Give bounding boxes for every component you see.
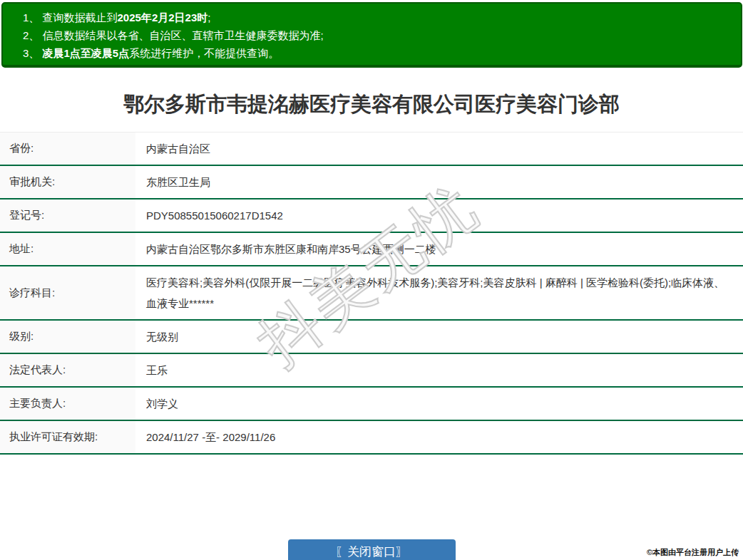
table-row-approval-authority: 审批机关: 东胜区卫生局 [0,166,743,199]
title-wrap: 鄂尔多斯市韦提洺赫医疗美容有限公司医疗美容门诊部 [0,68,743,132]
row-value: 内蒙古自治区 [135,133,743,165]
row-value: 无级别 [135,321,743,353]
notice-1-text: 查询数据截止到 [43,11,118,24]
row-value: 医疗美容科;美容外科(仅限开展一二级医疗美容外科技术服务);美容牙科;美容皮肤科… [135,266,743,319]
close-window-button[interactable]: 〖关闭窗口〗 [288,539,456,560]
notice-3-tail: 系统进行维护，不能提供查询。 [129,47,279,59]
row-value: 王乐 [135,354,743,386]
row-label: 审批机关: [0,166,135,198]
table-row-legal-representative: 法定代表人: 王乐 [0,354,743,388]
query-result-page: 1、 查询数据截止到2025年2月2日23时; 2、 信息数据结果以各省、自治区… [0,0,743,560]
table-row-license-validity: 执业许可证有效期: 2024/11/27 -至- 2029/11/26 [0,421,743,455]
row-label: 登记号: [0,199,135,232]
row-value: 内蒙古自治区鄂尔多斯市东胜区康和南岸35号公建西侧一二楼 [135,233,743,265]
row-label: 地址: [0,233,135,265]
notice-2-number: 2、 [23,29,43,41]
row-label: 主要负责人: [0,388,135,420]
notice-line-3: 3、 凌晨1点至凌晨5点系统进行维护，不能提供查询。 [23,44,734,62]
upload-credit-text: ©本图由平台注册用户上传 [647,547,739,558]
table-row-province: 省份: 内蒙古自治区 [0,133,743,166]
notice-box: 1、 查询数据截止到2025年2月2日23时; 2、 信息数据结果以各省、自治区… [1,2,742,68]
row-label: 法定代表人: [0,354,135,386]
table-row-registration-number: 登记号: PDY50855015060217D1542 [0,199,743,233]
info-table: 省份: 内蒙古自治区 审批机关: 东胜区卫生局 登记号: PDY50855015… [0,132,743,455]
notice-1-number: 1、 [23,11,43,24]
notice-1-tail: ; [207,11,210,24]
table-row-address: 地址: 内蒙古自治区鄂尔多斯市东胜区康和南岸35号公建西侧一二楼 [0,233,743,266]
row-value: PDY50855015060217D1542 [135,199,743,232]
row-label: 诊疗科目: [0,266,135,319]
row-label: 执业许可证有效期: [0,421,135,453]
table-row-diagnosis-subjects: 诊疗科目: 医疗美容科;美容外科(仅限开展一二级医疗美容外科技术服务);美容牙科… [0,266,743,321]
page-title: 鄂尔多斯市韦提洺赫医疗美容有限公司医疗美容门诊部 [0,92,743,117]
table-row-main-person-in-charge: 主要负责人: 刘学义 [0,388,743,421]
row-label: 省份: [0,133,135,165]
notice-1-deadline: 2025年2月2日23时 [118,11,208,24]
row-value: 2024/11/27 -至- 2029/11/26 [135,421,743,453]
row-value: 刘学义 [135,388,743,420]
notice-3-number: 3、 [23,47,43,59]
row-value: 东胜区卫生局 [135,166,743,198]
table-row-level: 级别: 无级别 [0,321,743,354]
notice-2-text: 信息数据结果以各省、自治区、直辖市卫生健康委数据为准; [43,29,324,41]
button-row: 〖关闭窗口〗 [0,539,743,560]
notice-3-maintenance-hours: 凌晨1点至凌晨5点 [43,47,130,59]
row-label: 级别: [0,321,135,353]
notice-line-2: 2、 信息数据结果以各省、自治区、直辖市卫生健康委数据为准; [23,26,734,44]
notice-line-1: 1、 查询数据截止到2025年2月2日23时; [23,9,734,26]
